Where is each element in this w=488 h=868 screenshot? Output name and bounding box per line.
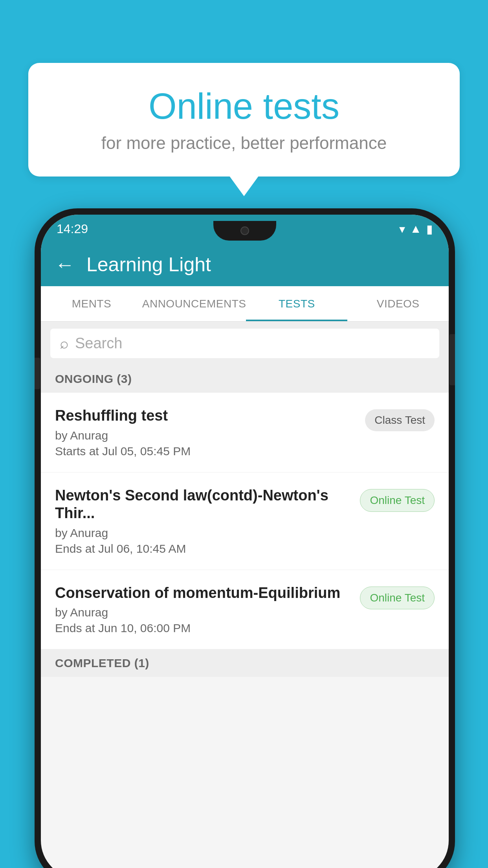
- notch: [213, 221, 276, 241]
- badge-class-test: Class Test: [365, 409, 435, 431]
- status-time: 14:29: [57, 222, 88, 236]
- test-date-newton: Ends at Jul 06, 10:45 AM: [55, 542, 350, 555]
- test-info-newton: Newton's Second law(contd)-Newton's Thir…: [55, 487, 350, 555]
- test-item-conservation[interactable]: Conservation of momentum-Equilibrium by …: [41, 570, 449, 650]
- back-button[interactable]: ←: [55, 253, 75, 276]
- completed-section-header: COMPLETED (1): [41, 649, 449, 677]
- promo-bubble: Online tests for more practice, better p…: [28, 63, 460, 177]
- test-name-newton: Newton's Second law(contd)-Newton's Thir…: [55, 487, 350, 522]
- app-title: Learning Light: [86, 253, 211, 276]
- tab-ments[interactable]: MENTS: [41, 286, 142, 321]
- test-list: Reshuffling test by Anurag Starts at Jul…: [41, 393, 449, 649]
- front-camera: [240, 226, 249, 235]
- bubble-subtitle: for more practice, better performance: [60, 133, 428, 153]
- badge-online-test-conservation: Online Test: [360, 587, 435, 609]
- phone-screen: 14:29 ▾ ▲ ▮ ← Learning Light MENTS ANNOU…: [41, 215, 449, 868]
- test-name-reshuffling: Reshuffling test: [55, 407, 356, 425]
- battery-icon: ▮: [426, 222, 433, 236]
- tab-bar: MENTS ANNOUNCEMENTS TESTS VIDEOS: [41, 286, 449, 322]
- app-bar: ← Learning Light: [41, 243, 449, 286]
- search-icon: ⌕: [60, 335, 69, 352]
- tab-announcements[interactable]: ANNOUNCEMENTS: [142, 286, 246, 321]
- signal-icon: ▲: [410, 222, 422, 235]
- test-item-newton[interactable]: Newton's Second law(contd)-Newton's Thir…: [41, 473, 449, 570]
- test-date-reshuffling: Starts at Jul 05, 05:45 PM: [55, 445, 356, 458]
- test-by-conservation: by Anurag: [55, 606, 350, 619]
- search-placeholder-text: Search: [75, 335, 122, 352]
- tab-tests[interactable]: TESTS: [246, 286, 347, 321]
- volume-button: [35, 358, 40, 389]
- tab-videos[interactable]: VIDEOS: [347, 286, 449, 321]
- status-icons: ▾ ▲ ▮: [399, 222, 433, 236]
- test-info-reshuffling: Reshuffling test by Anurag Starts at Jul…: [55, 407, 356, 458]
- power-button: [449, 334, 455, 385]
- test-name-conservation: Conservation of momentum-Equilibrium: [55, 584, 350, 602]
- search-container: ⌕ Search: [41, 322, 449, 365]
- wifi-icon: ▾: [399, 222, 405, 236]
- test-by-reshuffling: by Anurag: [55, 429, 356, 442]
- test-info-conservation: Conservation of momentum-Equilibrium by …: [55, 584, 350, 635]
- bubble-title: Online tests: [60, 86, 428, 126]
- search-bar[interactable]: ⌕ Search: [50, 329, 439, 358]
- test-item-reshuffling[interactable]: Reshuffling test by Anurag Starts at Jul…: [41, 393, 449, 473]
- test-date-conservation: Ends at Jun 10, 06:00 PM: [55, 622, 350, 635]
- badge-online-test-newton: Online Test: [360, 489, 435, 512]
- ongoing-section-header: ONGOING (3): [41, 365, 449, 393]
- phone-frame: 14:29 ▾ ▲ ▮ ← Learning Light MENTS ANNOU…: [35, 208, 455, 868]
- test-by-newton: by Anurag: [55, 526, 350, 540]
